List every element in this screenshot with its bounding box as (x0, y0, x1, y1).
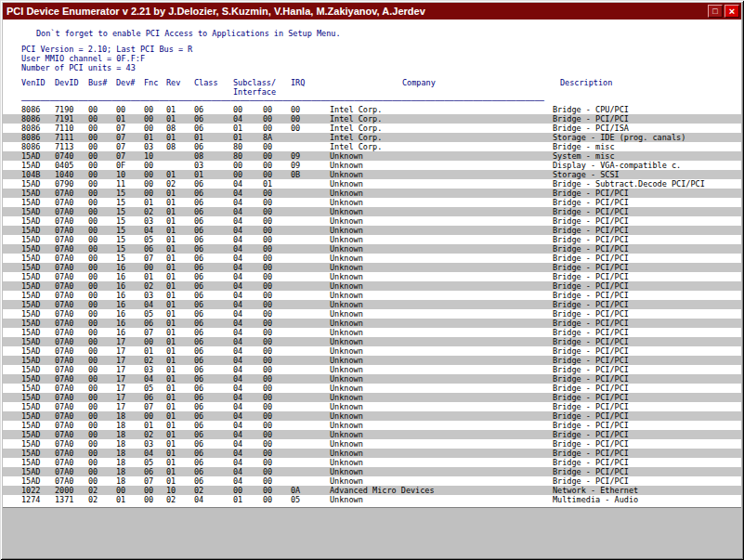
cell-interface: 00 (263, 384, 291, 393)
cell-company: Unknown (330, 179, 553, 189)
cell-rev: 01 (166, 319, 194, 328)
info-block: PCI Version = 2.10; Last PCI Bus = R Use… (3, 45, 741, 72)
cell-dev: 01 (116, 495, 144, 504)
cell-venid: 15AD (21, 384, 55, 393)
cell-venid: 15AD (21, 411, 55, 421)
cell-subclass: 80 (233, 142, 263, 151)
cell-venid: 8086 (21, 133, 55, 142)
cell-rev: 01 (166, 458, 194, 467)
table-row: 15AD07A000170401060400UnknownBridge - PC… (3, 374, 741, 384)
cell-bus: 00 (88, 291, 116, 300)
cell-bus: 00 (88, 300, 116, 309)
cell-interface: 00 (263, 105, 291, 114)
cell-fnc: 00 (144, 124, 166, 133)
table-row: 15AD07A000170301060400UnknownBridge - PC… (3, 365, 741, 374)
cell-venid: 15AD (21, 179, 55, 189)
cell-irq (291, 291, 330, 300)
cell-dev: 17 (116, 365, 144, 374)
cell-subclass: 04 (233, 476, 263, 486)
cell-company: Unknown (330, 449, 553, 458)
maximize-icon: □ (712, 7, 717, 16)
cell-irq (291, 476, 330, 486)
cell-subclass: 04 (233, 337, 263, 346)
cell-class: 06 (194, 216, 233, 226)
cell-devid: 07A0 (55, 411, 88, 421)
cell-rev: 01 (166, 216, 194, 226)
window-title: PCI Device Enumerator v 2.21 by J.Delozi… (7, 6, 706, 17)
cell-dev: 15 (116, 216, 144, 226)
cell-dev: 17 (116, 337, 144, 346)
cell-subclass: 04 (233, 179, 263, 189)
cell-dev: 18 (116, 421, 144, 430)
cell-bus: 00 (88, 309, 116, 319)
cell-subclass: 04 (233, 198, 263, 207)
cell-interface: 00 (263, 216, 291, 226)
cell-class: 06 (194, 393, 233, 402)
cell-irq (291, 365, 330, 374)
maximize-button[interactable]: □ (708, 5, 723, 18)
table-row: 8086711300070308068000Intel Corp.Bridge … (3, 142, 741, 151)
table-row: 104B1040001000010100000BUnknownStorage -… (3, 170, 741, 179)
cell-irq (291, 281, 330, 291)
cell-dev: 17 (116, 374, 144, 384)
cell-bus: 00 (88, 142, 116, 151)
table-row: 15AD07A000180401060400UnknownBridge - PC… (3, 449, 741, 458)
cell-irq (291, 189, 330, 198)
cell-description: Bridge - PCI/PCI (553, 476, 741, 486)
cell-devid: 07A0 (55, 207, 88, 216)
cell-venid: 15AD (21, 281, 55, 291)
cell-rev: 01 (166, 346, 194, 356)
cell-venid: 1022 (21, 486, 55, 495)
table-row: 15AD07A000180601060400UnknownBridge - PC… (3, 467, 741, 476)
cell-rev: 01 (166, 272, 194, 281)
cell-dev: 07 (116, 133, 144, 142)
cell-devid: 07A0 (55, 356, 88, 365)
cell-bus: 00 (88, 393, 116, 402)
close-button[interactable]: × (724, 5, 739, 18)
cell-venid: 8086 (21, 124, 55, 133)
cell-company: Unknown (330, 421, 553, 430)
cell-dev: 15 (116, 254, 144, 263)
cell-bus: 00 (88, 449, 116, 458)
cell-company: Unknown (330, 216, 553, 226)
table-row: 15AD07A000180501060400UnknownBridge - PC… (3, 458, 741, 467)
cell-rev: 01 (166, 393, 194, 402)
cell-irq (291, 328, 330, 337)
cell-description: Bridge - PCI/ISA (553, 124, 741, 133)
header-subclass: Subclass/ (233, 78, 291, 87)
cell-subclass: 04 (233, 216, 263, 226)
cell-class: 06 (194, 124, 233, 133)
cell-class: 06 (194, 244, 233, 254)
cell-rev: 01 (166, 411, 194, 421)
cell-company: Unknown (330, 365, 553, 374)
cell-bus: 02 (88, 495, 116, 504)
cell-bus: 00 (88, 272, 116, 281)
cell-irq (291, 300, 330, 309)
cell-company: Unknown (330, 226, 553, 235)
cell-fnc: 10 (144, 151, 166, 161)
cell-devid: 07A0 (55, 328, 88, 337)
cell-devid: 07A0 (55, 467, 88, 476)
cell-company: Intel Corp. (330, 133, 553, 142)
cell-venid: 15AD (21, 467, 55, 476)
cell-bus: 00 (88, 198, 116, 207)
cell-irq (291, 458, 330, 467)
cell-rev: 01 (166, 374, 194, 384)
cell-venid: 15AD (21, 151, 55, 161)
cell-interface: 8A (263, 133, 291, 142)
client-area: Don`t forget to enable PCI Access to App… (3, 20, 741, 508)
cell-irq: 0A (291, 486, 330, 495)
cell-subclass: 04 (233, 402, 263, 411)
cell-devid: 07A0 (55, 235, 88, 244)
cell-rev: 01 (166, 421, 194, 430)
cell-class: 06 (194, 467, 233, 476)
cell-rev: 01 (166, 365, 194, 374)
cell-dev: 10 (116, 170, 144, 179)
cell-dev: 15 (116, 207, 144, 216)
cell-venid: 15AD (21, 319, 55, 328)
header-fnc: Fnc (144, 78, 166, 87)
cell-dev: 18 (116, 449, 144, 458)
table-row: 15AD07A000160601060400UnknownBridge - PC… (3, 319, 741, 328)
cell-dev: 16 (116, 291, 144, 300)
cell-bus: 00 (88, 179, 116, 189)
